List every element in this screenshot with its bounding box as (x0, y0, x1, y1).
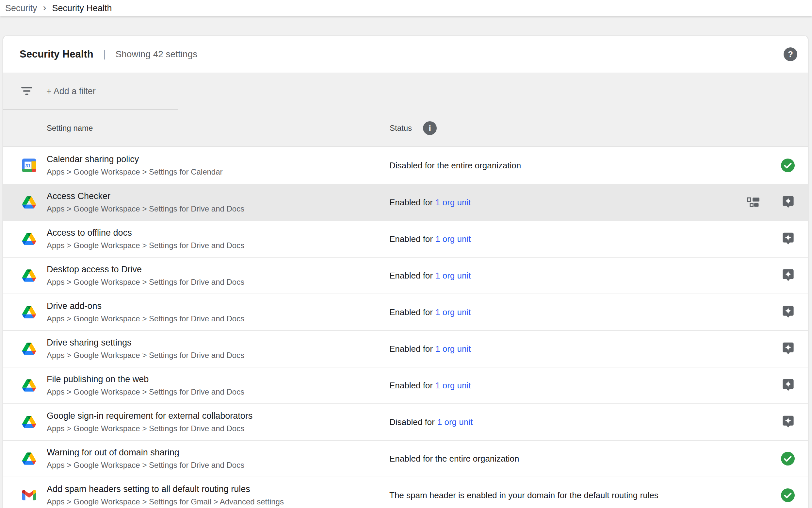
recommendation-icon[interactable] (782, 342, 795, 356)
setting-name: Drive add-ons (47, 301, 244, 311)
status-text: Disabled for the entire organization (389, 161, 521, 170)
setting-text: Access to offline docs Apps > Google Wor… (47, 228, 244, 250)
recommendation-icon[interactable] (782, 268, 795, 283)
org-unit-link[interactable]: 1 org unit (435, 307, 471, 317)
setting-row[interactable]: Drive add-ons Apps > Google Workspace > … (3, 294, 808, 330)
setting-text: Drive add-ons Apps > Google Workspace > … (47, 301, 244, 323)
setting-row[interactable]: Google sign-in requirement for external … (3, 404, 808, 440)
setting-status: Enabled for1 org unit (389, 234, 471, 244)
setting-name: Drive sharing settings (47, 338, 244, 348)
breadcrumb-parent-link[interactable]: Security (5, 3, 37, 13)
org-unit-link[interactable]: 1 org unit (435, 344, 471, 354)
drive-icon (22, 343, 36, 355)
table-header-row: Setting name Status i (3, 110, 808, 147)
breadcrumb-chevron-icon: › (43, 3, 46, 12)
setting-text: Desktop access to Drive Apps > Google Wo… (47, 264, 244, 287)
setting-row[interactable]: File publishing on the web Apps > Google… (3, 367, 808, 404)
setting-text: Drive sharing settings Apps > Google Wor… (47, 338, 244, 360)
org-unit-link[interactable]: 1 org unit (435, 198, 471, 207)
drive-icon (22, 453, 36, 465)
setting-name: Desktop access to Drive (47, 264, 244, 274)
setting-name: Access Checker (47, 191, 244, 201)
help-icon[interactable]: ? (783, 47, 797, 61)
setting-name: Access to offline docs (47, 228, 244, 238)
setting-path: Apps > Google Workspace > Settings for D… (47, 424, 252, 433)
drive-icon-slot (22, 268, 36, 283)
org-unit-link[interactable]: 1 org unit (437, 417, 473, 427)
status-indicator (781, 489, 795, 502)
status-text: Enabled for the entire organization (389, 454, 519, 464)
add-filter-button[interactable]: + Add a filter (46, 86, 96, 96)
setting-row[interactable]: Drive sharing settings Apps > Google Wor… (3, 330, 808, 367)
setting-text: Calendar sharing policy Apps > Google Wo… (47, 154, 223, 176)
breadcrumb-current: Security Health (52, 3, 112, 13)
recommendation-icon[interactable] (782, 232, 795, 247)
page-title: Security Health (19, 48, 93, 60)
status-ok-icon (781, 452, 795, 466)
setting-text: Warning for out of domain sharing Apps >… (47, 448, 244, 470)
setting-status: Disabled for the entire organization (389, 161, 521, 171)
title-divider: | (103, 49, 106, 60)
setting-name: Warning for out of domain sharing (47, 448, 244, 458)
status-indicator (782, 232, 795, 247)
settings-table-body: 31 Calendar sharing policy Apps > Google… (3, 147, 808, 508)
recommendation-icon[interactable] (782, 305, 795, 320)
recommendation-icon[interactable] (782, 378, 795, 393)
drive-icon (22, 379, 36, 392)
setting-status: Disabled for1 org unit (389, 417, 473, 427)
setting-status: Enabled for1 org unit (389, 344, 471, 354)
page-card: Security Health | Showing 42 settings ? … (3, 36, 808, 508)
org-unit-link[interactable]: 1 org unit (435, 234, 471, 244)
drive-icon (22, 196, 36, 209)
status-indicator (782, 305, 795, 320)
drive-icon (22, 416, 36, 428)
status-indicator (782, 378, 795, 393)
setting-row[interactable]: 31 Calendar sharing policy Apps > Google… (3, 147, 808, 184)
recommendation-icon[interactable] (782, 415, 795, 429)
filter-icon[interactable] (20, 87, 33, 96)
status-info-icon[interactable]: i (423, 121, 437, 135)
org-unit-link[interactable]: 1 org unit (435, 381, 471, 390)
gmail-icon-slot (22, 488, 36, 502)
status-ok-icon (781, 159, 795, 172)
drive-icon (22, 269, 36, 282)
drive-icon (22, 233, 36, 245)
setting-path: Apps > Google Workspace > Settings for D… (47, 314, 244, 323)
gmail-icon (22, 490, 36, 501)
setting-path: Apps > Google Workspace > Settings for D… (47, 351, 244, 360)
card-header: Security Health | Showing 42 settings ? (3, 36, 808, 73)
setting-row[interactable]: Access to offline docs Apps > Google Wor… (3, 220, 808, 257)
recommendation-icon[interactable] (782, 195, 795, 210)
setting-status: Enabled for1 org unit (389, 307, 471, 318)
rule-icon[interactable] (747, 198, 759, 207)
status-ok-icon (781, 489, 795, 502)
status-text: Enabled for (389, 344, 433, 354)
setting-text: File publishing on the web Apps > Google… (47, 374, 244, 396)
setting-name: Add spam headers setting to all default … (47, 484, 284, 494)
setting-status: The spam header is enabled in your domai… (389, 490, 659, 501)
status-indicator (782, 268, 795, 283)
setting-row[interactable]: Warning for out of domain sharing Apps >… (3, 440, 808, 477)
drive-icon-slot (22, 232, 36, 246)
drive-icon-slot (22, 305, 36, 320)
drive-icon (22, 306, 36, 319)
calendar-icon: 31 (22, 159, 36, 172)
setting-text: Add spam headers setting to all default … (47, 484, 284, 506)
rule-indicator[interactable] (747, 198, 759, 207)
setting-path: Apps > Google Workspace > Settings for C… (47, 167, 223, 176)
setting-status: Enabled for1 org unit (389, 198, 471, 208)
setting-status: Enabled for1 org unit (389, 271, 471, 281)
setting-name: Google sign-in requirement for external … (47, 411, 252, 421)
setting-row[interactable]: Access Checker Apps > Google Workspace >… (3, 184, 808, 220)
setting-row[interactable]: Desktop access to Drive Apps > Google Wo… (3, 257, 808, 294)
setting-text: Google sign-in requirement for external … (47, 411, 252, 433)
breadcrumb: Security › Security Health (0, 0, 812, 16)
setting-row[interactable]: Add spam headers setting to all default … (3, 477, 808, 508)
status-text: Disabled for (389, 417, 435, 427)
setting-path: Apps > Google Workspace > Settings for D… (47, 278, 244, 287)
org-unit-link[interactable]: 1 org unit (435, 271, 471, 281)
setting-status: Enabled for1 org unit (389, 381, 471, 391)
setting-path: Apps > Google Workspace > Settings for D… (47, 204, 244, 213)
drive-icon-slot (22, 452, 36, 466)
column-header-setting-name: Setting name (47, 124, 93, 133)
